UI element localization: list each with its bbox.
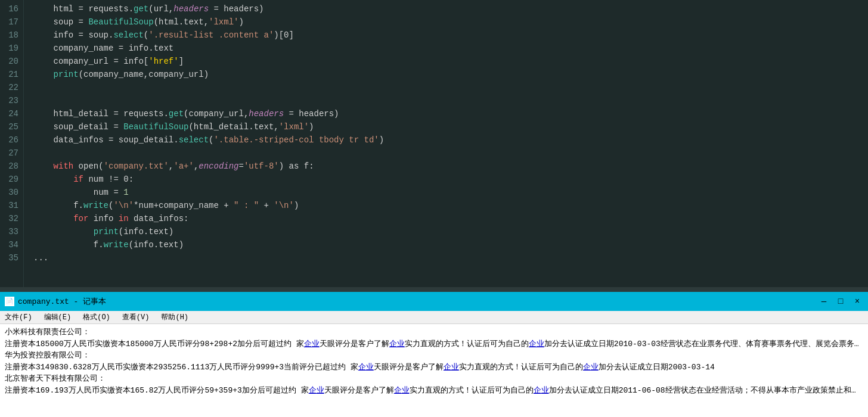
code-line: info = soup.select('.result-list .conten… [33,29,858,42]
code-line: soup = BeautifulSoup(html.text,'lxml') [33,15,858,29]
window-controls: — □ × [818,295,863,307]
minimize-button[interactable]: — [818,295,830,307]
code-line [33,81,858,94]
notepad-window: 文件(F) 编辑(E) 格式(O) 查看(V) 帮助(H) 小米科技有限责任公司… [0,311,868,417]
menu-edit[interactable]: 编辑(E) [42,312,74,322]
code-line: html_detail = requests.get(company_url,h… [33,107,858,120]
horizontal-scrollbar[interactable] [0,287,868,292]
taskbar-title: company.txt - 记事本 [18,296,106,307]
company-data: 注册资本169.193万人民币实缴资本165.82万人民币评分59+359+3加… [5,385,863,396]
code-line: html = requests.get(url,headers = header… [33,2,858,15]
menu-help[interactable]: 帮助(H) [159,312,191,322]
company-data: 注册资本3149830.6328万人民币实缴资本2935256.1113万人民币… [5,362,863,373]
company-title: 北京智者天下科技有限公司： [5,373,863,385]
app-container: 1617181920212223242526272829303132333435… [0,0,868,417]
code-line: num = 1 [33,186,858,199]
company-title: 华为投资控股有限公司： [5,350,863,362]
menu-view[interactable]: 查看(V) [120,312,152,322]
code-line: f.write('\n'*num+company_name + " : " + … [33,199,858,212]
notepad-icon: 📄 [5,297,14,306]
taskbar: 📄 company.txt - 记事本 — □ × [0,292,868,311]
code-line: data_infos = soup_detail.select('.table.… [33,133,858,147]
code-line: print(company_name,company_url) [33,68,858,81]
menu-format[interactable]: 格式(O) [80,312,113,322]
notepad-menubar: 文件(F) 编辑(E) 格式(O) 查看(V) 帮助(H) [0,311,868,324]
code-line [33,147,858,160]
code-lines: html = requests.get(url,headers = header… [24,0,868,292]
code-line [33,94,858,107]
code-line: company_name = info.text [33,42,858,55]
code-line: with open('company.txt','a+',encoding='u… [33,160,858,173]
company-data: 注册资本185000万人民币实缴资本185000万人民币评分98+298+2加分… [5,338,863,350]
close-button[interactable]: × [851,295,863,307]
code-line: company_url = info['href'] [33,55,858,68]
code-line: if num != 0: [33,173,858,186]
code-line: for info in data_infos: [33,212,858,225]
code-line: ... [33,251,858,264]
code-editor: 1617181920212223242526272829303132333435… [0,0,868,292]
code-line: print(info.text) [33,225,858,238]
notepad-content: 小米科技有限责任公司：注册资本185000万人民币实缴资本185000万人民币评… [0,324,868,411]
line-numbers: 1617181920212223242526272829303132333435 [0,0,24,292]
menu-file[interactable]: 文件(F) [2,312,35,322]
code-line: soup_detail = BeautifulSoup(html_detail.… [33,120,858,133]
maximize-button[interactable]: □ [835,295,847,307]
code-line: f.write(info.text) [33,238,858,251]
company-title: 小米科技有限责任公司： [5,326,863,338]
